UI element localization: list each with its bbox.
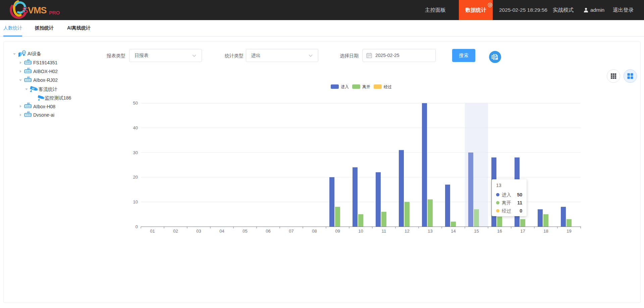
svg-text:30: 30	[133, 150, 138, 155]
svg-text:14: 14	[451, 229, 455, 234]
svg-text:11: 11	[382, 229, 386, 234]
svg-text:09: 09	[335, 229, 340, 234]
svg-text:06: 06	[266, 229, 270, 234]
svg-text:02: 02	[173, 229, 178, 234]
svg-text:15: 15	[474, 229, 479, 234]
svg-text:19: 19	[567, 229, 571, 234]
svg-text:10: 10	[358, 229, 363, 234]
svg-text:0: 0	[136, 224, 138, 229]
svg-text:40: 40	[133, 125, 138, 130]
svg-text:04: 04	[219, 229, 224, 234]
svg-text:17: 17	[520, 229, 525, 234]
svg-text:18: 18	[543, 229, 548, 234]
svg-text:12: 12	[405, 229, 409, 234]
svg-text:01: 01	[150, 229, 155, 234]
svg-text:13: 13	[428, 229, 432, 234]
svg-text:20: 20	[133, 175, 138, 180]
svg-text:03: 03	[196, 229, 201, 234]
svg-text:08: 08	[312, 229, 317, 234]
svg-text:05: 05	[243, 229, 247, 234]
svg-text:50: 50	[133, 101, 138, 106]
svg-text:16: 16	[497, 229, 502, 234]
svg-text:10: 10	[133, 199, 138, 204]
svg-text:07: 07	[289, 229, 293, 234]
